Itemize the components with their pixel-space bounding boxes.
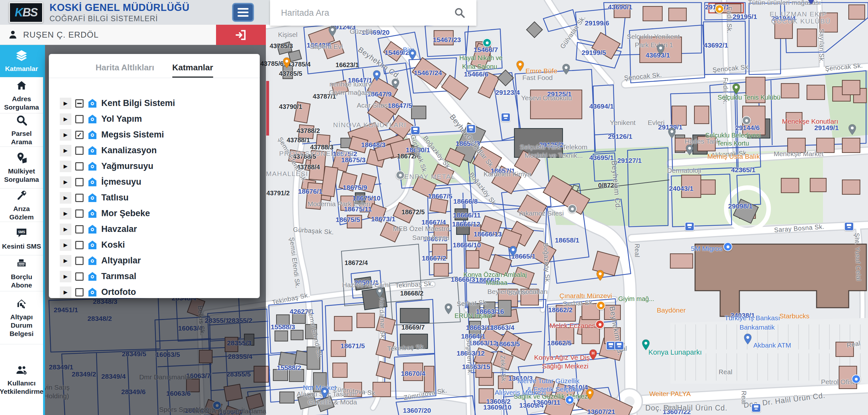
map-pin-icon[interactable] [807, 0, 815, 6]
layer-checkbox[interactable] [75, 146, 84, 155]
expand-arrow-icon[interactable]: ▶ [60, 192, 71, 204]
shopping-pin-icon[interactable] [586, 389, 594, 402]
restaurant-pin-icon[interactable] [283, 57, 291, 70]
bus-stop-icon[interactable] [410, 126, 420, 135]
layer-checkbox[interactable] [75, 115, 84, 123]
lock-icon[interactable] [715, 4, 724, 13]
map-label-parcel: 18675/3 [341, 157, 366, 164]
venue-icon[interactable] [742, 116, 751, 125]
menu-button[interactable] [232, 3, 254, 22]
expand-arrow-icon[interactable]: ▶ [60, 161, 71, 172]
map-label-street: Şht. Yusuf Celal [854, 233, 862, 281]
map-pin-icon[interactable] [328, 26, 337, 39]
map-pin-icon[interactable] [391, 78, 400, 91]
user-icon [8, 30, 18, 40]
layer-checkbox[interactable] [75, 178, 84, 186]
sidebar-item-m-lkiyet-sorgulama[interactable]: Mülkiyet Sorgulama [0, 146, 43, 188]
park-tree-pin-icon[interactable] [642, 339, 650, 352]
bus-stop-icon[interactable] [614, 341, 624, 350]
map-pin-icon[interactable] [848, 124, 857, 137]
map-pin-icon[interactable] [509, 246, 518, 258]
expand-arrow-icon[interactable]: ▶ [60, 271, 71, 282]
shopping-cart-icon[interactable] [723, 242, 732, 251]
tab-harita-altl-klar-[interactable]: Harita Altlıkları [95, 63, 154, 78]
expand-arrow-icon[interactable]: ▶ [60, 223, 71, 235]
map-pin-icon[interactable] [408, 49, 417, 62]
map-pin-icon[interactable] [562, 64, 570, 76]
sidebar-item-kullan-c-yetkilendirme[interactable]: Kullanıcı Yetkilendirme [0, 344, 43, 415]
sidebar-item-ar-za-g-zlem[interactable]: Arıza Gözlem [0, 188, 43, 221]
cafe-icon[interactable] [596, 301, 606, 310]
map-label-street: Zekai Sk. [499, 355, 507, 384]
layer-checkbox[interactable] [75, 99, 84, 108]
expand-arrow-icon[interactable]: ▶ [60, 176, 71, 188]
map-pin-icon[interactable] [668, 128, 676, 140]
map-pin-icon[interactable] [444, 303, 453, 316]
layer-pin-icon [88, 130, 97, 140]
park-pin-icon[interactable] [732, 83, 741, 96]
layer-checkbox[interactable] [75, 209, 84, 218]
search-icon[interactable] [454, 7, 465, 19]
search-input[interactable] [270, 8, 454, 18]
layer-row: ▶Koski [60, 237, 260, 253]
expand-arrow-icon[interactable]: ▶ [60, 129, 71, 141]
hospital-pin-icon[interactable]: H [589, 349, 598, 362]
restaurant-pin-icon[interactable] [516, 60, 525, 73]
atm-pin-icon[interactable] [744, 334, 752, 346]
shopping-pin-icon[interactable] [596, 270, 605, 283]
bus-stop-icon[interactable] [844, 222, 854, 231]
expand-arrow-icon[interactable]: ▶ [60, 145, 71, 157]
gas-station-icon[interactable] [851, 375, 861, 383]
layer-checkbox[interactable] [75, 272, 84, 281]
tab-katmanlar[interactable]: Katmanlar [172, 63, 213, 78]
map-label-parcel: 18647/5 [388, 102, 412, 109]
logout-button[interactable] [216, 25, 266, 45]
expand-arrow-icon[interactable]: ▶ [60, 255, 71, 267]
pharmacy-icon[interactable] [595, 320, 604, 329]
layer-checkbox[interactable] [75, 288, 84, 297]
sidebar-item-parsel-arama[interactable]: Parsel Arama [0, 113, 43, 146]
venue-icon[interactable] [396, 171, 405, 179]
venue-icon[interactable] [483, 38, 492, 47]
layer-checkbox[interactable] [75, 225, 84, 234]
bus-stop-icon[interactable] [466, 124, 476, 133]
map-label-parcel: 18648/3 [361, 141, 385, 148]
map-pin-icon[interactable] [373, 70, 381, 83]
venue-icon[interactable] [568, 204, 577, 213]
map-label-poi: Hades Tank [685, 138, 720, 145]
sidebar-item-altyap-durum-belgesi[interactable]: Altyapı Durum Belgesi [0, 291, 43, 344]
layer-row: ▶Ortofoto [60, 284, 260, 300]
map-pin-icon[interactable] [656, 44, 665, 57]
expand-arrow-icon[interactable]: ▶ [60, 208, 71, 219]
sidebar-item-kesinti-sms[interactable]: SMSKesinti SMS [0, 221, 43, 255]
map-label-poi: Sağlığı Merkezi [542, 362, 589, 370]
sidebar-item-adres-sorgulama[interactable]: Adres Sorgulama [0, 77, 43, 113]
layer-checkbox[interactable] [75, 257, 84, 265]
layer-checkbox[interactable]: ✓ [75, 131, 84, 139]
expand-arrow-icon[interactable]: ▶ [60, 98, 71, 109]
bus-stop-icon[interactable] [501, 113, 510, 122]
user-name: RUŞEN Ç. ERDÖL [23, 30, 99, 40]
sidebar-item-label: Borçlu Abone [1, 273, 42, 289]
venue-icon[interactable] [565, 395, 574, 405]
expand-arrow-icon[interactable]: ▶ [60, 113, 71, 125]
map-pin-icon[interactable] [320, 387, 329, 400]
map-label-street: Özakınlar Sk. [465, 134, 495, 170]
map-pin-icon[interactable] [685, 144, 694, 157]
layer-checkbox[interactable] [75, 241, 84, 249]
mosque-pin-icon[interactable] [375, 287, 384, 300]
map-label-poi: Mesleki ve Teknik... [524, 152, 583, 159]
expand-arrow-icon[interactable]: ▶ [60, 286, 71, 298]
map-label-parcel: 18675/9 [343, 184, 367, 191]
bus-stop-icon[interactable] [751, 404, 761, 412]
expand-arrow-icon[interactable]: ▶ [60, 239, 71, 251]
tools-icon [16, 189, 28, 202]
sidebar-item-bor-lu-abone[interactable]: Borçlu Abone [0, 255, 43, 291]
bus-stop-icon[interactable] [685, 222, 694, 231]
layer-checkbox[interactable] [75, 162, 84, 171]
sidebar-item-label: Kullanıcı Yetkilendirme [0, 379, 43, 396]
map-search-bar [270, 0, 476, 26]
sidebar-item-katmanlar[interactable]: Katmanlar [0, 45, 43, 77]
map-label-parcel: 18663/5 [495, 341, 520, 348]
layer-checkbox[interactable] [75, 194, 84, 202]
